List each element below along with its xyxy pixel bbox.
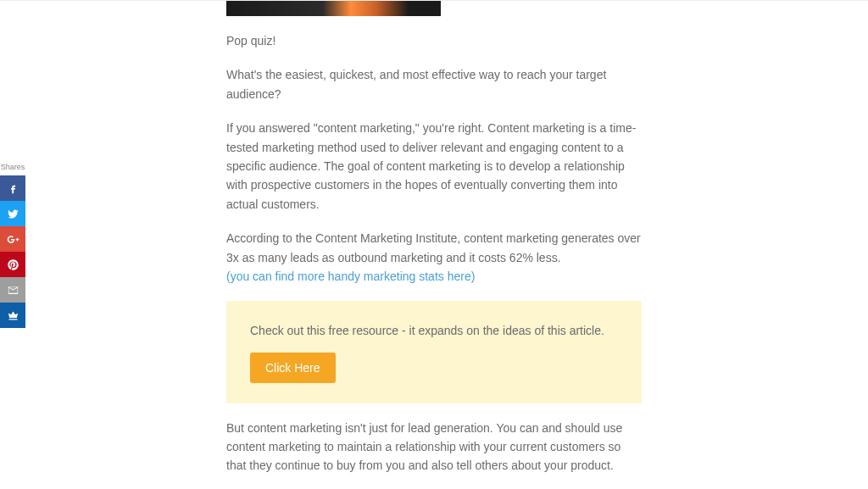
paragraph: If you answered "content marketing," you… xyxy=(226,119,642,214)
share-pinterest-button[interactable] xyxy=(0,252,25,277)
share-twitter-button[interactable] xyxy=(0,201,25,226)
twitter-icon xyxy=(7,208,19,220)
callout-box: Check out this free resource - it expand… xyxy=(226,301,642,403)
article: Pop quiz! What's the easiest, quickest, … xyxy=(226,1,642,489)
hero-image xyxy=(226,1,441,16)
share-googleplus-button[interactable] xyxy=(0,226,25,252)
share-sidebar: Shares xyxy=(0,161,25,328)
facebook-icon xyxy=(7,182,19,195)
email-icon xyxy=(7,284,19,297)
share-facebook-button[interactable] xyxy=(0,175,25,201)
share-sumo-button[interactable] xyxy=(0,303,25,328)
crown-icon xyxy=(7,309,19,322)
share-label: Shares xyxy=(0,161,25,173)
paragraph: According to the Content Marketing Insti… xyxy=(226,229,642,286)
pinterest-icon xyxy=(7,258,19,271)
click-here-button[interactable]: Click Here xyxy=(250,353,336,383)
paragraph: Pop quiz! xyxy=(226,31,642,50)
marketing-stats-link[interactable]: (you can find more handy marketing stats… xyxy=(226,270,475,283)
googleplus-icon xyxy=(7,233,19,246)
paragraph: What's the easiest, quickest, and most e… xyxy=(226,65,642,103)
callout-text: Check out this free resource - it expand… xyxy=(250,321,618,340)
share-email-button[interactable] xyxy=(0,277,25,303)
paragraph: But content marketing isn't just for lea… xyxy=(226,419,642,475)
paragraph-text: According to the Content Marketing Insti… xyxy=(226,231,641,264)
